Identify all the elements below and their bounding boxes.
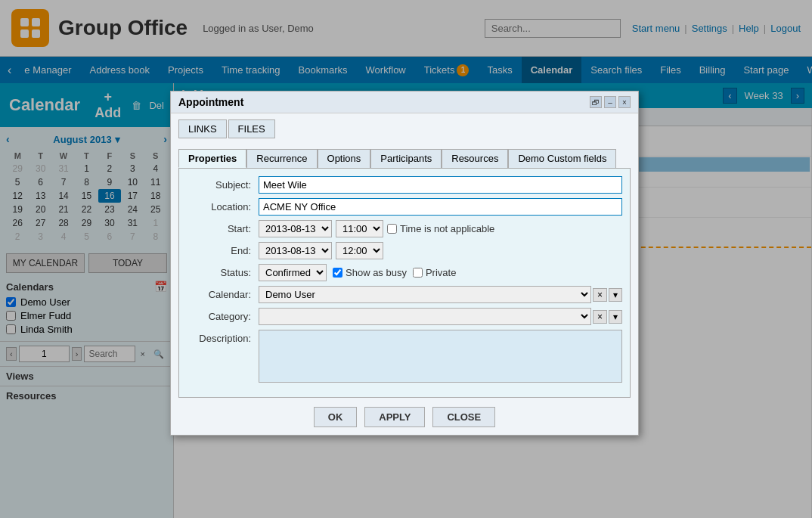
modal-title: Appointment xyxy=(178,96,586,108)
calendar-dropdown-button[interactable]: ▾ xyxy=(609,288,622,302)
status-label: Status: xyxy=(187,267,255,278)
subtab-recurrence[interactable]: Recurrence xyxy=(246,149,317,168)
form-row-description: Description: xyxy=(187,330,622,385)
subtab-demo-custom-fields[interactable]: Demo Custom fields xyxy=(508,149,616,168)
apply-button[interactable]: APPLY xyxy=(364,407,425,427)
category-clear-button[interactable]: × xyxy=(593,310,607,324)
category-dropdown-button[interactable]: ▾ xyxy=(609,310,622,324)
modal-subtabs: Properties Recurrence Options Participan… xyxy=(171,144,638,168)
modal-top-tabs: LINKS FILES xyxy=(171,113,638,138)
start-label: Start: xyxy=(187,223,255,234)
form-row-status: Status: Confirmed Show as busy Private xyxy=(187,264,622,281)
modal-form-content: Subject: Location: Start: 2013-08-13 11:… xyxy=(178,168,631,398)
tab-links[interactable]: LINKS xyxy=(178,119,227,138)
modal-close-button[interactable]: × xyxy=(618,96,631,108)
show-as-busy-label: Show as busy xyxy=(333,267,407,278)
end-date-select[interactable]: 2013-08-13 xyxy=(259,242,332,259)
private-checkbox[interactable] xyxy=(413,268,423,278)
modal-titlebar-buttons: 🗗 – × xyxy=(590,96,631,108)
description-label: Description: xyxy=(187,330,255,344)
start-time-select[interactable]: 11:00 xyxy=(336,220,383,237)
time-not-applicable-label: Time is not applicable xyxy=(387,223,494,234)
form-row-calendar: Calendar: Demo User × ▾ xyxy=(187,286,622,303)
end-time-select[interactable]: 12:00 xyxy=(336,242,383,259)
form-row-location: Location: xyxy=(187,198,622,216)
modal-footer: OK APPLY CLOSE xyxy=(171,398,638,435)
show-as-busy-checkbox[interactable] xyxy=(333,268,342,278)
appointment-modal: Appointment 🗗 – × LINKS FILES Properties… xyxy=(170,91,639,436)
time-not-applicable-checkbox[interactable] xyxy=(387,224,397,234)
close-button[interactable]: CLOSE xyxy=(432,407,495,427)
end-field: 2013-08-13 12:00 xyxy=(259,242,622,259)
end-label: End: xyxy=(187,245,255,256)
location-input[interactable] xyxy=(259,198,622,216)
tab-files[interactable]: FILES xyxy=(228,119,275,138)
modal-minimize-button[interactable]: – xyxy=(604,96,616,108)
description-field xyxy=(259,330,622,385)
calendar-field: Demo User × ▾ xyxy=(259,286,622,303)
subtab-resources[interactable]: Resources xyxy=(442,149,508,168)
modal-restore-button[interactable]: 🗗 xyxy=(590,96,602,108)
category-select[interactable] xyxy=(259,308,591,325)
subject-input[interactable] xyxy=(259,176,622,194)
location-label: Location: xyxy=(187,201,255,212)
subtab-participants[interactable]: Participants xyxy=(370,149,442,168)
start-field: 2013-08-13 11:00 Time is not applicable xyxy=(259,220,622,237)
subtab-properties[interactable]: Properties xyxy=(178,149,246,168)
form-row-start: Start: 2013-08-13 11:00 Time is not appl… xyxy=(187,220,622,237)
form-row-end: End: 2013-08-13 12:00 xyxy=(187,242,622,259)
location-field xyxy=(259,198,622,216)
subject-field xyxy=(259,176,622,194)
calendar-select[interactable]: Demo User xyxy=(259,286,591,303)
status-field: Confirmed Show as busy Private xyxy=(259,264,622,281)
form-row-subject: Subject: xyxy=(187,176,622,194)
subject-label: Subject: xyxy=(187,179,255,191)
category-field: × ▾ xyxy=(259,308,622,325)
description-textarea[interactable] xyxy=(259,330,622,383)
category-label: Category: xyxy=(187,311,255,322)
calendar-clear-button[interactable]: × xyxy=(593,288,607,302)
ok-button[interactable]: OK xyxy=(314,407,358,427)
private-label: Private xyxy=(413,267,456,278)
subtab-options[interactable]: Options xyxy=(318,149,371,168)
calendar-field-label: Calendar: xyxy=(187,289,255,300)
form-row-category: Category: × ▾ xyxy=(187,308,622,325)
status-select[interactable]: Confirmed xyxy=(259,264,327,281)
start-date-select[interactable]: 2013-08-13 xyxy=(259,220,332,237)
modal-titlebar: Appointment 🗗 – × xyxy=(171,92,638,113)
